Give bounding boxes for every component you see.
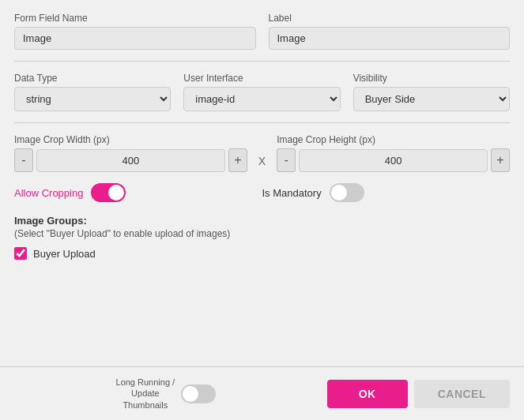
crop-dimensions-row: Image Crop Width (px) - + X Image Crop H… <box>14 134 510 172</box>
is-mandatory-group: Is Mandatory <box>262 183 511 202</box>
buyer-upload-label[interactable]: Buyer Upload <box>33 248 96 260</box>
buyer-upload-checkbox[interactable] <box>14 247 27 260</box>
is-mandatory-label: Is Mandatory <box>262 187 322 199</box>
allow-cropping-toggle[interactable] <box>91 183 126 202</box>
footer-buttons: OK CANCEL <box>327 380 510 408</box>
row-type-vis: Data Type string number boolean User Int… <box>14 73 510 111</box>
form-field-name-input[interactable] <box>14 27 256 50</box>
crop-width-plus-button[interactable]: + <box>228 148 247 172</box>
user-interface-select[interactable]: image-id text dropdown <box>183 87 340 111</box>
cancel-button[interactable]: CANCEL <box>414 380 510 408</box>
form-field-name-label: Form Field Name <box>14 13 256 24</box>
x-separator: X <box>255 155 269 172</box>
row-names: Form Field Name Label <box>14 13 510 50</box>
footer-left: Long Running / Update Thumbnails <box>14 377 318 411</box>
crop-width-group: Image Crop Width (px) - + <box>14 134 247 172</box>
toggles-row: Allow Cropping Is Mandatory <box>14 183 510 202</box>
crop-height-plus-button[interactable]: + <box>491 148 510 172</box>
visibility-select[interactable]: Buyer Side Seller Side Both <box>353 87 510 111</box>
data-type-label: Data Type <box>14 73 171 84</box>
field-visibility: Visibility Buyer Side Seller Side Both <box>353 73 510 111</box>
crop-width-minus-button[interactable]: - <box>14 148 33 172</box>
data-type-select[interactable]: string number boolean <box>14 87 171 111</box>
is-mandatory-slider <box>330 183 364 202</box>
label-label: Label <box>269 13 511 24</box>
crop-height-input-row: - + <box>277 148 510 172</box>
crop-width-label: Image Crop Width (px) <box>14 134 247 145</box>
allow-cropping-group: Allow Cropping <box>14 183 262 202</box>
crop-width-input-row: - + <box>14 148 247 172</box>
allow-cropping-label: Allow Cropping <box>14 187 83 199</box>
divider-1 <box>14 61 510 62</box>
user-interface-label: User Interface <box>183 73 340 84</box>
long-running-label: Long Running / Update Thumbnails <box>116 377 175 411</box>
image-groups-subtitle: (Select "Buyer Upload" to enable upload … <box>14 228 510 239</box>
is-mandatory-toggle[interactable] <box>330 183 364 202</box>
buyer-upload-row: Buyer Upload <box>14 247 510 260</box>
crop-height-input[interactable] <box>299 149 488 172</box>
field-form-name: Form Field Name <box>14 13 256 50</box>
long-running-slider <box>181 384 216 403</box>
crop-width-input[interactable] <box>36 149 225 172</box>
image-groups-section: Image Groups: (Select "Buyer Upload" to … <box>14 215 510 260</box>
ok-button[interactable]: OK <box>327 380 408 408</box>
crop-height-group: Image Crop Height (px) - + <box>277 134 510 172</box>
field-data-type: Data Type string number boolean <box>14 73 171 111</box>
image-groups-title: Image Groups: <box>14 215 510 227</box>
field-user-interface: User Interface image-id text dropdown <box>183 73 340 111</box>
field-label: Label <box>269 13 511 50</box>
crop-height-minus-button[interactable]: - <box>277 148 296 172</box>
allow-cropping-slider <box>91 183 126 202</box>
long-running-toggle[interactable] <box>181 384 216 403</box>
modal-container: Form Field Name Label Data Type string n… <box>0 0 524 420</box>
divider-2 <box>14 122 510 123</box>
modal-body: Form Field Name Label Data Type string n… <box>0 0 524 366</box>
label-input[interactable] <box>269 27 511 50</box>
visibility-label: Visibility <box>353 73 510 84</box>
modal-footer: Long Running / Update Thumbnails OK CANC… <box>0 366 524 420</box>
crop-height-label: Image Crop Height (px) <box>277 134 510 145</box>
